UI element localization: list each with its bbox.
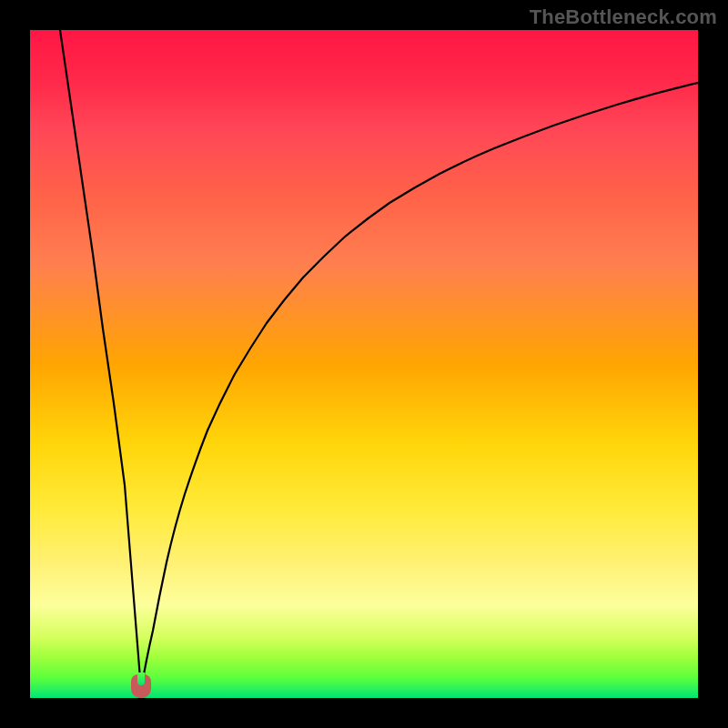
- watermark-text: TheBottleneck.com: [530, 5, 717, 29]
- curve-right-branch: [141, 83, 698, 690]
- cusp-marker: [131, 674, 151, 698]
- plot-area: [30, 30, 698, 698]
- curve-svg: [30, 30, 698, 698]
- curve-left-branch: [60, 30, 141, 690]
